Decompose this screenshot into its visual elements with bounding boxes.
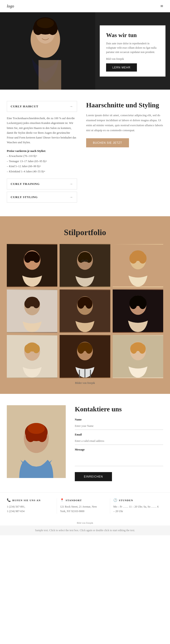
message-label: Message <box>75 448 163 452</box>
contact-person-svg <box>7 405 66 478</box>
submit-button[interactable]: EINREICHEN <box>75 472 112 481</box>
footer-freepik: Bild von freepik <box>0 519 170 526</box>
arrow-icon: → <box>69 104 73 108</box>
portfolio-item-4 <box>7 290 57 333</box>
svg-point-59 <box>139 344 146 354</box>
services-heading: Haarschnitte und Styling <box>86 101 163 109</box>
hero-freepik: Bild von freepik <box>106 56 159 61</box>
footer-location: 📍 STANDORT 121 Rock Street, 21 Avenue, N… <box>57 498 110 514</box>
portfolio-photo-7 <box>7 335 57 378</box>
svg-point-58 <box>130 344 137 354</box>
portfolio-item-5 <box>60 290 110 333</box>
portfolio-freepik: Bilder von freepik <box>7 381 163 385</box>
contact-form: Kontaktiere uns Name Email Message EINRE… <box>75 405 163 481</box>
svg-point-46 <box>33 344 40 354</box>
svg-point-12 <box>24 254 31 263</box>
svg-point-18 <box>86 255 92 263</box>
service-description: Eine Trockenhaarschneide­technik, die zu… <box>7 116 77 145</box>
svg-point-50 <box>78 344 85 354</box>
hero-section: Was wir tun Duis aute irure dolor in rep… <box>0 12 170 90</box>
hero-content-box: Was wir tun Duis aute irure dolor in rep… <box>100 26 166 77</box>
clock-icon: 🕐 <box>113 498 118 502</box>
svg-point-7 <box>37 18 54 28</box>
portfolio-item-6 <box>113 290 163 333</box>
portfolio-photo-4 <box>7 290 57 333</box>
sample-text-bar[interactable]: Sample text. Click to select the text bo… <box>0 526 170 535</box>
message-input[interactable] <box>75 452 163 466</box>
name-label: Name <box>75 418 163 421</box>
contact-section: Kontaktiere uns Name Email Message EINRE… <box>0 394 170 492</box>
arrow-icon: → <box>69 182 73 186</box>
navbar: logo ≡ <box>0 0 170 12</box>
portfolio-item-9 <box>113 335 163 378</box>
footer-info: 📞 RUFEN SIE UNS AN 1 (234) 567-891, 1 (2… <box>0 492 170 519</box>
svg-point-51 <box>85 344 92 354</box>
services-section: CURLY HAIRCUT → Eine Trockenhaarschneide… <box>0 90 170 216</box>
email-input[interactable] <box>75 438 163 445</box>
services-info: Haarschnitte und Styling Lorem ipsum dol… <box>86 101 163 205</box>
email-field-group: Email <box>75 433 163 445</box>
svg-point-35 <box>78 299 85 309</box>
footer-call: 📞 RUFEN SIE UNS AN 1 (234) 567-891, 1 (2… <box>7 498 57 514</box>
portfolio-section: Stilportfolio <box>0 216 170 394</box>
footer-hours: 🕐 STUNDEN Mo – Fr …… 11 – 20 Uhr; Sa, So… <box>110 498 163 514</box>
svg-point-31 <box>33 300 40 308</box>
portfolio-photo-8 <box>60 335 110 378</box>
svg-rect-8 <box>39 60 61 90</box>
portfolio-item-8 <box>60 335 110 378</box>
svg-point-26 <box>139 253 146 264</box>
message-field-group: Message <box>75 448 163 467</box>
logo: logo <box>7 4 14 9</box>
portfolio-item-2 <box>60 244 110 287</box>
svg-point-40 <box>129 298 137 309</box>
portfolio-photo-6 <box>113 290 163 333</box>
portfolio-photo-9 <box>113 335 163 378</box>
svg-point-30 <box>24 300 31 308</box>
location-title: 📍 STANDORT <box>60 498 107 502</box>
svg-point-13 <box>33 254 40 263</box>
hero-title: Was wir tun <box>106 32 159 39</box>
svg-point-25 <box>129 253 137 264</box>
services-body: Lorem ipsum dolor sit amet, consectetur … <box>86 113 163 133</box>
arrow-icon: → <box>69 195 73 199</box>
services-list: CURLY HAIRCUT → Eine Trockenhaarschneide… <box>7 101 77 205</box>
email-label: Email <box>75 433 163 436</box>
book-button[interactable]: BUCHEN SIE JETZT <box>86 138 129 147</box>
portfolio-photo-5 <box>60 290 110 333</box>
service-item-haircut[interactable]: CURLY HAIRCUT → <box>7 101 77 112</box>
svg-point-65 <box>28 423 45 434</box>
service-prices: Preise variieren je nach Stylist: – Erwa… <box>7 148 77 174</box>
service-item-training[interactable]: CURLY TRAINING → <box>7 178 77 190</box>
portfolio-photo-2 <box>60 244 110 287</box>
svg-point-41 <box>139 298 146 309</box>
name-input[interactable] <box>75 422 163 430</box>
hero-person-svg <box>0 12 95 90</box>
svg-point-36 <box>85 299 92 309</box>
portfolio-photo-3 <box>113 244 163 287</box>
location-icon: 📍 <box>60 498 64 502</box>
phone-icon: 📞 <box>7 498 11 502</box>
hero-cta-button[interactable]: LERN MEHR <box>106 63 137 72</box>
name-field-group: Name <box>75 418 163 430</box>
hero-description: Duis aute irure dolor in reprehenderit i… <box>106 42 159 54</box>
portfolio-item-3 <box>113 244 163 287</box>
portfolio-photo-1 <box>7 244 57 287</box>
svg-point-17 <box>78 255 84 263</box>
portfolio-item-7 <box>7 335 57 378</box>
contact-image <box>7 405 66 478</box>
svg-point-45 <box>24 344 31 354</box>
portfolio-grid <box>7 244 163 378</box>
menu-icon[interactable]: ≡ <box>161 3 163 9</box>
portfolio-heading: Stilportfolio <box>7 228 163 237</box>
hours-title: 🕐 STUNDEN <box>113 498 160 502</box>
sample-text: Sample text. Click to select the text bo… <box>35 529 135 532</box>
hero-image <box>0 12 95 90</box>
portfolio-item-1 <box>7 244 57 287</box>
call-title: 📞 RUFEN SIE UNS AN <box>7 498 54 502</box>
service-item-styling[interactable]: CURLY STYLING → <box>7 192 77 202</box>
contact-heading: Kontaktiere uns <box>75 405 163 413</box>
